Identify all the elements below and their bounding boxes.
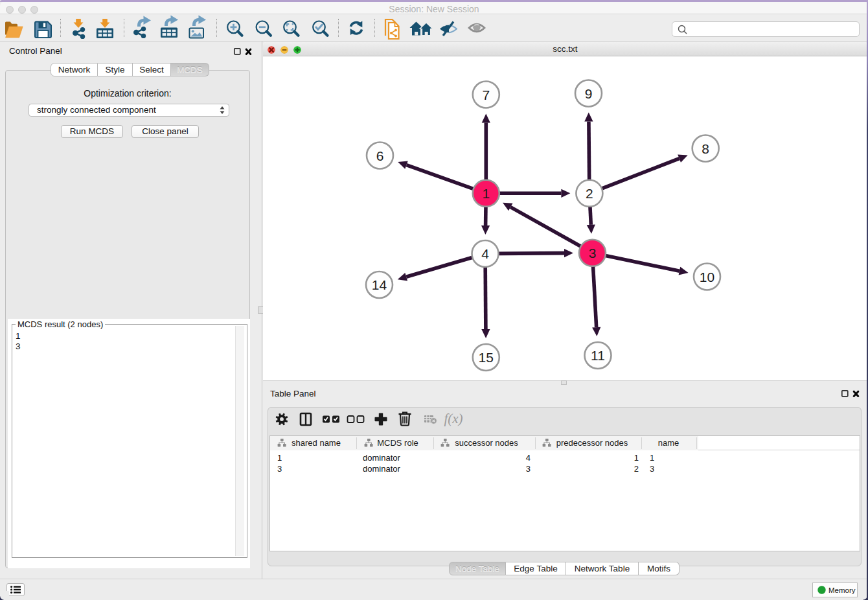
- svg-text:6: 6: [376, 148, 384, 163]
- svg-text:3: 3: [589, 246, 597, 260]
- svg-text:10: 10: [700, 270, 714, 284]
- svg-text:9: 9: [585, 86, 593, 101]
- svg-text:15: 15: [479, 350, 494, 365]
- svg-text:f(x): f(x): [444, 411, 463, 426]
- svg-text:4: 4: [481, 246, 489, 261]
- svg-text:11: 11: [591, 348, 605, 363]
- svg-text:8: 8: [702, 141, 709, 156]
- svg-text:7: 7: [482, 87, 490, 102]
- svg-text:14: 14: [372, 277, 387, 292]
- svg-text:2: 2: [586, 186, 593, 201]
- svg-text:1: 1: [482, 186, 490, 201]
